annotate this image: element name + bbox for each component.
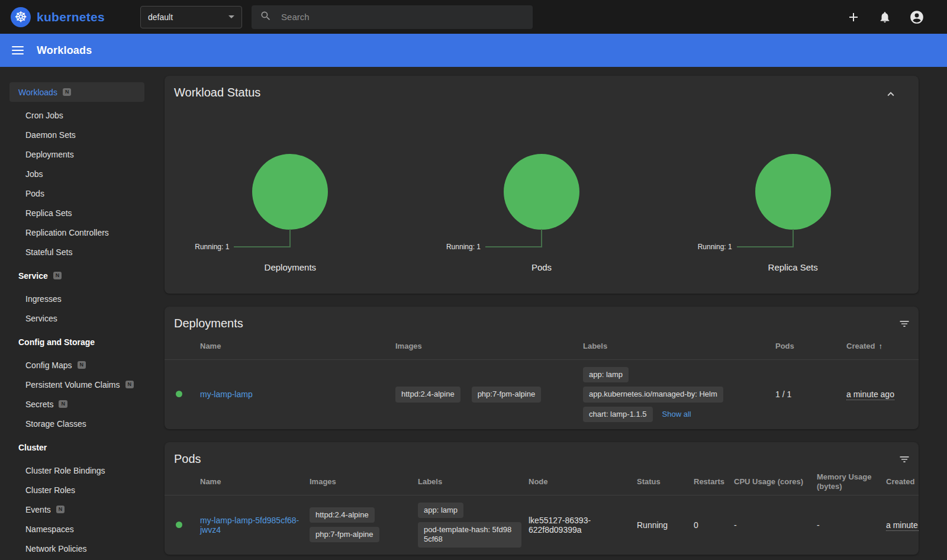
column-header-labels[interactable]: Labels [583,342,775,351]
legend-connector-line [485,229,542,247]
legend-connector-line [737,229,794,247]
sidebar-item-network-policies[interactable]: Network Policies [0,539,155,558]
column-header-images[interactable]: Images [395,342,583,351]
account-button[interactable] [909,9,925,25]
image-chip: php:7-fpm-alpine [310,527,379,542]
column-header-cpu[interactable]: CPU Usage (cores) [734,477,817,487]
deployments-title: Deployments [174,317,243,330]
legend-label: Running: 1 [195,243,229,251]
sidebar-item-services[interactable]: Services [0,308,155,328]
sidebar-item-replication-controllers[interactable]: Replication Controllers [0,223,155,242]
column-header-status-text[interactable]: Status [637,477,694,487]
label-chip: app.kubernetes.io/managed-by: Helm [583,387,723,402]
pod-name-link[interactable]: my-lamp-lamp-5fd985cf68-jwvz4 [200,516,299,535]
sidebar-item-config-maps[interactable]: Config Maps N [0,355,155,375]
sidebar-item-workloads[interactable]: Workloads N [9,82,144,102]
filter-icon[interactable] [898,453,910,465]
sidebar-item-cluster-roles[interactable]: Cluster Roles [0,480,155,500]
legend-label: Running: 1 [446,243,481,251]
restarts-cell: 0 [694,520,734,530]
main-content: Workload Status Running: 1 Deployments [155,67,947,560]
show-all-link[interactable]: Show all [662,410,691,419]
created-time: a minute ago [846,390,894,400]
label-chip: app: lamp [583,367,629,382]
filter-icon[interactable] [898,318,910,330]
app-header: ☸ kubernetes default [0,0,947,34]
labels-cell: app: lamp app.kubernetes.io/managed-by: … [583,367,775,422]
image-chip: httpd:2.4-alpine [310,507,375,523]
sidebar-header-config-and-storage[interactable]: Config and Storage [0,332,155,352]
pods-table-header: Name Images Labels Node Status Restarts … [165,469,919,495]
brand[interactable]: ☸ kubernetes [11,7,105,27]
table-row: my-lamp-lamp-5fd985cf68-jwvz4 httpd:2.4-… [165,495,919,555]
sidebar-item-daemon-sets[interactable]: Daemon Sets [0,125,155,144]
deployments-pie-chart: Running: 1 Deployments [165,154,416,272]
pods-title: Pods [174,452,201,466]
namespaced-badge: N [53,272,62,279]
sidebar-header-cluster[interactable]: Cluster [0,437,155,457]
create-resource-button[interactable] [846,10,861,24]
search-bar[interactable] [252,5,533,29]
chart-title: Replica Sets [667,262,919,272]
replica-sets-pie-chart: Running: 1 Replica Sets [667,154,919,272]
sidebar-item-replica-sets[interactable]: Replica Sets [0,203,155,223]
column-header-pods[interactable]: Pods [775,342,846,351]
node-cell: lke55127-86393-622f8d09399a [529,516,637,535]
plus-icon [846,10,861,24]
pie-running-slice [252,154,328,230]
pie-running-slice [504,154,579,230]
sidebar-item-ingresses[interactable]: Ingresses [0,289,155,308]
kubernetes-logo-icon: ☸ [11,7,31,27]
pods-count-cell: 1 / 1 [775,390,846,399]
notifications-button[interactable] [878,11,891,24]
collapse-section-button[interactable] [884,88,897,101]
chart-title: Pods [416,262,668,272]
menu-icon[interactable] [12,46,24,54]
workload-status-charts: Running: 1 Deployments Running: 1 Pods [165,154,919,294]
workload-status-title: Workload Status [174,86,260,99]
column-header-labels[interactable]: Labels [418,477,529,487]
column-header-memory[interactable]: Memory Usage (bytes) [817,472,886,492]
pie-running-slice [755,154,831,230]
legend-connector-line [234,229,291,247]
sidebar-item-secrets[interactable]: Secrets N [0,394,155,414]
namespaced-badge: N [125,381,134,388]
column-header-created[interactable]: Created ↑ [886,477,919,487]
cpu-usage-cell: - [734,520,817,530]
column-header-created[interactable]: Created ↑ [846,342,909,351]
sidebar-item-service[interactable]: Service N [0,266,155,285]
sidebar-item-deployments[interactable]: Deployments [0,144,155,164]
sidebar-item-cluster-role-bindings[interactable]: Cluster Role Bindings [0,461,155,480]
deployment-name-link[interactable]: my-lamp-lamp [200,390,253,399]
sidebar-item-jobs[interactable]: Jobs [0,164,155,184]
sidebar-item-namespaces[interactable]: Namespaces [0,519,155,539]
column-header-name[interactable]: Name [200,342,395,351]
label-chip: app: lamp [418,503,463,518]
pods-pie-chart: Running: 1 Pods [416,154,668,272]
sidebar-item-pods[interactable]: Pods [0,184,155,203]
column-header-restarts[interactable]: Restarts [694,477,734,487]
search-icon [260,10,272,24]
app-toolbar: Workloads [0,34,947,67]
chevron-down-icon [228,15,234,18]
column-header-node[interactable]: Node [529,477,637,487]
sidebar-group-workloads: Cron Jobs Daemon Sets Deployments Jobs P… [0,105,155,262]
image-chip: php:7-fpm-alpine [472,387,542,402]
column-header-name[interactable]: Name [200,477,310,487]
namespaced-badge: N [63,88,72,96]
deployments-card: Deployments Name Images Labels Pods Crea… [165,307,919,429]
sidebar-item-events[interactable]: Events N [0,500,155,519]
namespace-selector[interactable]: default [140,6,242,28]
namespace-value: default [148,12,173,22]
sidebar-item-stateful-sets[interactable]: Stateful Sets [0,242,155,262]
sidebar-item-storage-classes[interactable]: Storage Classes [0,414,155,433]
sidebar-item-cron-jobs[interactable]: Cron Jobs [0,105,155,125]
status-ok-icon [176,522,182,528]
sidebar-item-persistent-volume-claims[interactable]: Persistent Volume Claims N [0,375,155,394]
sort-ascending-icon: ↑ [918,477,919,487]
sort-ascending-icon: ↑ [878,342,882,351]
column-header-images[interactable]: Images [310,477,418,487]
deployments-table-header: Name Images Labels Pods Created ↑ [165,334,919,360]
table-row: my-lamp-lamp httpd:2.4-alpine php:7-fpm-… [165,360,919,429]
search-input[interactable] [281,12,524,22]
